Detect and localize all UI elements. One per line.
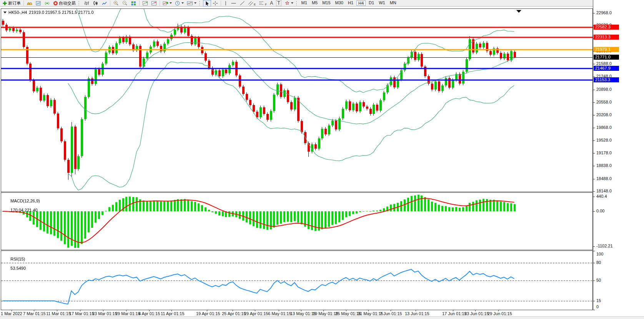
main-chart-panel: HK50-,H4 21919.0 21957.5 21751.5 21771.0: [1, 8, 593, 192]
auto-scroll-button[interactable]: [141, 0, 150, 7]
time-axis-label: 25 May 01:15: [335, 311, 361, 316]
channel-tool-button[interactable]: E: [246, 0, 257, 7]
timeframe-h4[interactable]: H4: [356, 0, 366, 6]
time-tick-mark: [301, 310, 301, 311]
time-axis-label: 1 Mar 2022: [1, 311, 22, 316]
zoom-out-icon: [122, 0, 128, 6]
equidistant-channel-icon: [248, 1, 253, 6]
macd-canvas[interactable]: [1, 193, 592, 250]
autotrade-button[interactable]: 自动交易: [52, 0, 77, 7]
timeframe-mn[interactable]: MN: [388, 0, 398, 6]
rsi-canvas[interactable]: [1, 251, 592, 310]
channel-sub-label: E: [254, 3, 256, 6]
vertical-line-tool-button[interactable]: [222, 0, 229, 7]
market-depth-button[interactable]: [25, 0, 34, 7]
price-level-badge: 22313.3: [594, 35, 619, 40]
new-order-button[interactable]: 新订单: [1, 0, 22, 7]
time-tick-mark: [34, 310, 34, 311]
signals-button[interactable]: [43, 0, 52, 7]
time-axis-label: 19 May 01:15: [313, 311, 338, 316]
time-tick-mark: [475, 310, 476, 311]
time-tick-mark: [233, 310, 233, 311]
macd-label: MACD(12,26,9) 170.04 221.40: [3, 194, 40, 217]
price-tick-label: 19528.0: [596, 138, 612, 142]
time-tick-mark: [498, 310, 499, 311]
timeframe-d1[interactable]: D1: [367, 0, 376, 6]
zoom-in-button[interactable]: [111, 0, 120, 7]
time-tick-mark: [391, 310, 391, 311]
symbol-dropdown-icon[interactable]: [3, 12, 7, 13]
time-axis-label: 29 Jun 01:15: [488, 311, 512, 316]
toolbar-drag-handle: [296, 1, 299, 5]
time-axis-label: 19 Apr 01:15: [196, 311, 220, 316]
timeframe-m1[interactable]: M1: [300, 0, 309, 6]
timeframe-m30[interactable]: M30: [334, 0, 345, 6]
period-button[interactable]: [173, 0, 185, 7]
main-chart-canvas[interactable]: [1, 9, 592, 192]
zoom-out-button[interactable]: [120, 0, 129, 7]
timeframe-m5[interactable]: M5: [310, 0, 319, 6]
price-axis[interactable]: 22968.022628.022278.021938.021588.021248…: [593, 0, 644, 310]
tile-windows-button[interactable]: [129, 0, 138, 7]
time-axis-label: 17 Mar 01:15: [69, 311, 94, 316]
price-tick-label: 20558.0: [596, 100, 612, 104]
separator: [110, 1, 110, 6]
bar-chart-icon: [84, 1, 90, 6]
timeframe-h1[interactable]: H1: [346, 0, 355, 6]
chart-window-icon: [35, 1, 41, 6]
time-tick-mark: [126, 310, 126, 311]
window-bottom-strip: [0, 316, 644, 319]
price-tick-label: 22968.0: [596, 10, 612, 15]
toolbar-drag-handle: [199, 1, 202, 5]
horizontal-line-tool-button[interactable]: [229, 0, 238, 7]
label-tool-button[interactable]: T: [275, 0, 283, 7]
price-tick-label: 18148.0: [596, 189, 612, 193]
timeframe-w1[interactable]: W1: [377, 0, 387, 6]
rsi-axis-label: 15: [596, 298, 601, 303]
macd-axis-label: 440.4: [596, 194, 607, 199]
data-window-button[interactable]: [34, 0, 43, 7]
price-tick-label: 19178.0: [596, 150, 612, 155]
template-button[interactable]: [185, 0, 198, 7]
time-axis-label: 25 Apr 01:15: [222, 311, 246, 316]
arrows-tool-icon: [285, 1, 290, 6]
bar-chart-button[interactable]: [82, 0, 91, 7]
separator: [23, 1, 24, 6]
price-tick-mark: [593, 153, 595, 154]
add-indicator-button[interactable]: [161, 0, 173, 7]
vertical-line-icon: [224, 1, 228, 6]
fibonacci-tool-button[interactable]: F: [257, 0, 268, 7]
price-tick-label: 18488.0: [596, 176, 612, 181]
price-tick-mark: [593, 102, 595, 103]
timeframe-group: M1M5M15M30H1H4D1W1MN: [300, 0, 398, 6]
line-chart-button[interactable]: [100, 0, 109, 7]
trendline-tool-button[interactable]: [238, 0, 246, 7]
timeframe-m15[interactable]: M15: [321, 0, 332, 6]
candlestick-chart-button[interactable]: [91, 0, 100, 7]
macd-name: MACD(12,26,9): [10, 199, 40, 203]
price-tick-mark: [593, 90, 595, 90]
time-axis[interactable]: 1 Mar 20227 Mar 01:1511 Mar 01:1517 Mar …: [0, 310, 593, 316]
price-tick-mark: [593, 140, 595, 141]
time-tick-mark: [453, 310, 453, 311]
cursor-button[interactable]: [203, 0, 211, 7]
separator: [160, 1, 160, 6]
macd-axis-label: 0.00: [596, 209, 604, 213]
time-axis-label: 6 May 01:15: [268, 311, 291, 316]
time-tick-mark: [279, 310, 279, 311]
price-tick-mark: [593, 115, 595, 115]
time-tick-mark: [149, 310, 150, 311]
crosshair-button[interactable]: [211, 0, 220, 7]
time-tick-mark: [80, 310, 80, 311]
macd-tick-mark: [593, 197, 595, 197]
auto-scroll-icon: [142, 1, 148, 6]
time-axis-label: 13 May 01:15: [290, 311, 316, 316]
text-tool-button[interactable]: A: [268, 0, 275, 7]
price-tick-label: 21588.0: [596, 61, 612, 66]
chart-shift-button[interactable]: [150, 0, 158, 7]
arrows-tool-button[interactable]: [283, 0, 295, 7]
time-axis-label: 13 Jun 01:15: [405, 311, 429, 316]
time-tick-mark: [12, 310, 12, 311]
price-tick-label: 20208.0: [596, 112, 612, 117]
line-chart-icon: [102, 1, 107, 6]
